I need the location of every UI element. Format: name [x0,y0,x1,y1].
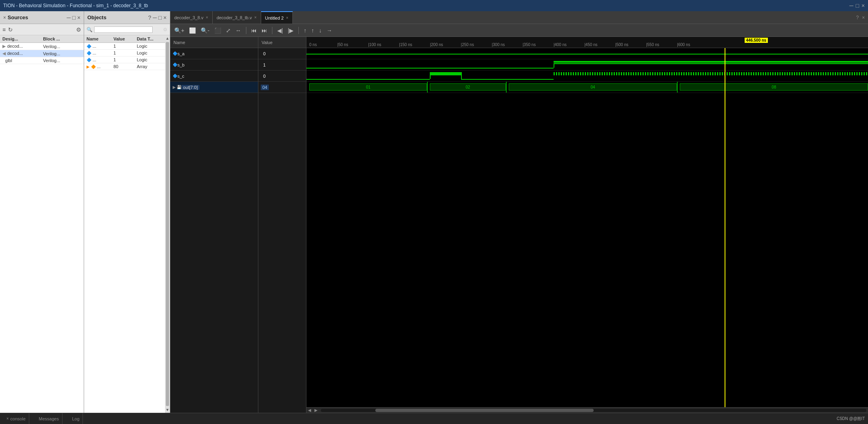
obj-col-name: Name [84,35,111,43]
prev-edge-btn[interactable]: ◀| [276,26,285,34]
names-col-header: Name [170,37,258,48]
help-question-btn[interactable]: ? [856,15,859,20]
wave-row-out[interactable]: ▶ 💾 out[7:0] [170,82,258,93]
wave-signal-name: out[7:0] [181,85,199,90]
bus-seg-08: 08 [680,83,868,91]
time-tick: |250 ns [461,42,474,47]
wave-scrollbar-track[interactable] [321,409,866,412]
app-body: × Sources ─ □ × ≡ ↻ ⚙ Desig... [0,11,868,424]
expand-arrow-icon[interactable]: ▶ [173,85,176,89]
sources-row[interactable]: ◀decod... Verilog... [0,50,84,57]
wave-row-sb[interactable]: 🔷 s_b [170,59,258,71]
go-end-btn[interactable]: ⏭ [260,26,269,34]
value-sb: 1 [261,63,268,67]
objects-close-btn[interactable]: × [163,14,167,21]
go-start-btn[interactable]: ⏮ [250,26,258,34]
search-input[interactable] [94,26,153,33]
sources-close-icon[interactable]: × [3,15,6,20]
link-btn[interactable]: ↔ [234,26,243,34]
zoom-out-btn[interactable]: 🔍- [199,26,211,34]
tab-close-icon[interactable]: × [206,15,208,20]
search-icon: 🔍 [87,27,93,32]
wave-scrollbar[interactable]: ◀ ▶ [306,407,868,413]
objects-minimize-btn[interactable]: ─ [153,14,157,21]
minimize-btn[interactable]: ─ [849,2,853,9]
sources-row[interactable]: ▶decod... Verilog... [0,43,84,50]
signal-row-sa [306,48,868,59]
time-tick: |550 ns [646,42,659,47]
sources-title: Sources [8,14,65,20]
toolbar-separator [246,27,246,34]
sig-sc-low2 [461,79,554,80]
objects-float-btn[interactable]: □ [158,14,161,21]
values-col-header: Value [258,37,306,48]
sources-controls: ─ □ × [66,14,81,21]
prev-marker-btn[interactable]: ↑ [310,26,316,34]
next-edge-btn[interactable]: |▶ [286,26,296,34]
objects-scrollbar[interactable]: ▲ ▼ [165,35,170,413]
maximize-btn[interactable]: □ [856,2,859,9]
scroll-right-expand[interactable]: ▶ [313,408,319,412]
row-icon [2,58,4,63]
obj-row[interactable]: 🔷 ... 1 Logic [84,57,165,63]
zoom-fit-btn[interactable]: ⬜ [187,26,197,34]
console-close-icon[interactable]: × [6,416,9,421]
tab-close-icon[interactable]: × [254,15,257,20]
sources-close-btn[interactable]: × [77,14,81,21]
row-icon: ▶ [2,44,6,48]
del-marker-btn[interactable]: → [325,26,334,34]
obj-row[interactable]: ▶ 🔶 ... 80 Array [84,63,165,70]
value-out: 04 [261,85,269,90]
status-tab-console[interactable]: × console [3,413,29,424]
sources-add-icon[interactable]: ≡ [2,26,6,33]
scroll-thumb[interactable] [166,42,169,406]
messages-label: Messages [39,416,59,421]
scroll-up-btn[interactable]: ▲ [165,35,170,41]
sig-sc-trans2 [461,72,462,79]
tab-untitled2[interactable]: Untitled 2 × [261,11,293,24]
status-bar: × console Messages Log CSDN @@图IT [0,413,868,424]
sources-minimize-btn[interactable]: ─ [66,14,70,21]
tab-close-icon[interactable]: × [286,16,288,20]
wave-value-out: 04 [258,82,306,93]
wave-row-sc[interactable]: 🔷 s_c [170,71,258,82]
time-tick: |350 ns [523,42,536,47]
sources-col-block: Block ... [41,35,76,43]
add-marker-btn[interactable]: ↑ [302,26,308,34]
zoom-reset-btn[interactable]: ⬛ [213,26,223,34]
status-tab-messages[interactable]: Messages [36,413,62,424]
signal-row-sc [306,71,868,82]
tab-help-area: ? × [856,15,868,20]
bus-seg-04: 04 [509,83,677,91]
next-marker-btn[interactable]: ↓ [317,26,323,34]
wave-names-column: Name 🔷 s_a 🔷 s_b 🔷 s_c [170,37,258,413]
wave-main: Name 🔷 s_a 🔷 s_b 🔷 s_c [170,37,868,413]
tab-decoder-v[interactable]: decoder_3_8.v × [170,11,213,24]
sources-settings-icon[interactable]: ⚙ [76,26,81,33]
sources-refresh-icon[interactable]: ↻ [8,26,13,33]
objects-help-btn[interactable]: ? [148,14,151,21]
objects-settings-icon[interactable]: ⚙ [163,27,167,32]
time-tick: |300 ns [492,42,505,47]
scroll-left-btn[interactable]: ◀ [306,408,313,412]
scroll-down-btn[interactable]: ▼ [165,407,170,413]
expand-btn[interactable]: ⤢ [224,26,232,34]
wave-toolbar: 🔍+ ⬜ 🔍- ⬛ ⤢ ↔ ⏮ ⏭ ◀| |▶ ↑ ↑ ↓ → [170,24,868,37]
zoom-in-btn[interactable]: 🔍+ [173,26,186,34]
wave-scrollbar-thumb[interactable] [375,409,594,412]
obj-row[interactable]: 🔷 ... 1 Logic [84,43,165,50]
sig-sc-trans1 [430,72,431,79]
tab-decoder-tb[interactable]: decoder_3_8_tb.v × [213,11,261,24]
tab-label: decoder_3_8.v [174,15,203,20]
wave-row-sa[interactable]: 🔷 s_a [170,48,258,59]
help-expand-btn[interactable]: × [862,15,865,20]
status-tab-log[interactable]: Log [69,413,83,424]
sources-row[interactable]: glbl Verilog... [0,57,84,64]
objects-controls: ? ─ □ × [148,14,167,21]
obj-row[interactable]: 🔷 ... 1 Logic [84,50,165,57]
close-btn[interactable]: × [862,2,865,9]
logic-sig-icon: 🔷 [173,74,177,78]
title-text: TION - Behavioral Simulation - Functiona… [3,3,849,8]
cursor-label: 446.500 ns [745,38,768,43]
sources-float-btn[interactable]: □ [72,14,75,21]
